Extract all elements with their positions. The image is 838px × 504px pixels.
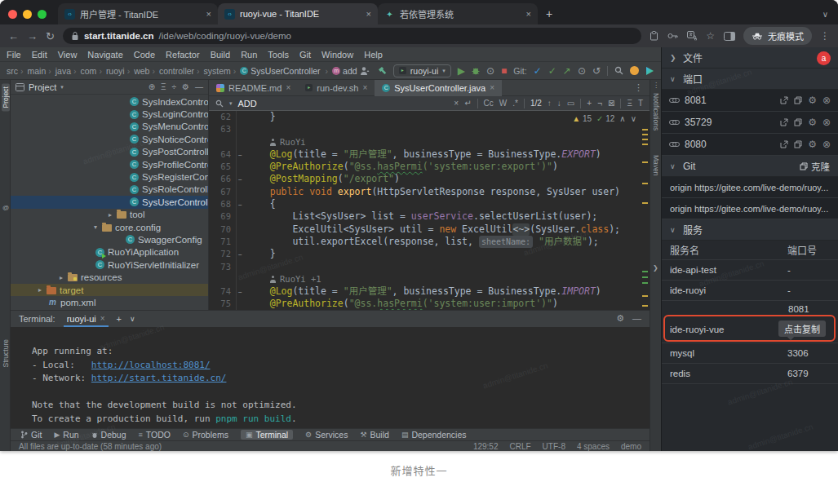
tab-close-icon[interactable]: × [206,9,211,19]
close-port-icon[interactable]: ⊗ [822,95,831,106]
bookmark-star-icon[interactable]: ☆ [706,30,715,42]
editor-tab-rundev[interactable]: run-dev.sh× [298,80,375,96]
avatar[interactable]: a [817,51,831,65]
translate-icon[interactable] [687,31,697,41]
clone-button[interactable]: 克隆 [800,160,830,173]
search-everywhere-icon[interactable] [614,66,623,75]
breadcrumb-item[interactable]: web [134,66,157,76]
indent-setting[interactable]: 4 spaces [577,442,610,451]
fold-marker-icon[interactable] [237,148,247,161]
author-annotation[interactable]: RuoYi +1 [280,273,321,285]
toolwindow-services[interactable]: ⚙Services [305,430,348,440]
panel-settings-icon[interactable]: ⚙ [182,82,189,91]
hammer-icon[interactable] [377,66,387,76]
tree-item-class[interactable]: RuoYiServletInitializer [11,259,208,271]
caret-position[interactable]: 129:52 [473,442,499,451]
newline-icon[interactable]: ↵ [464,99,471,108]
table-row[interactable]: ide-ruoyi - [662,281,838,301]
toolwindow-maven-button[interactable]: Maven [652,155,660,176]
menu-file[interactable]: File [7,50,21,60]
browser-tab-ruoyi-vue[interactable]: ‹› ruoyi-vue - TitanIDE × [218,3,378,24]
table-row[interactable]: ide-api-test - [662,260,838,281]
breadcrumb-item[interactable]: ruoyi [106,66,132,76]
browser-menu-icon[interactable]: ⋮ [820,30,830,42]
git-push-icon[interactable]: ↗ [563,65,571,77]
search-input[interactable]: ADD [238,99,257,108]
menu-build[interactable]: Build [211,50,230,60]
terminal-tab[interactable]: ruoyi-ui× [64,311,109,327]
toolwindow-todo[interactable]: ≡TODO [139,430,171,440]
editor-tab-sysusercontroller[interactable]: SysUserController.java× [375,80,502,96]
close-icon[interactable]: × [362,83,367,92]
port-settings-icon[interactable]: ⚙ [808,117,817,128]
port-row[interactable]: 35729 ⚙ ⊗ [662,112,838,134]
close-icon[interactable]: × [100,314,105,323]
kebab-icon[interactable]: ⋮ [653,82,659,89]
breadcrumb-item[interactable]: controller [159,66,202,76]
expand-all-icon[interactable]: Ξ [161,82,166,91]
tree-item-class[interactable]: SysLoginController [11,108,208,120]
minimize-window-button[interactable] [23,10,32,19]
hide-panel-icon[interactable]: — [195,82,203,91]
copy-icon[interactable] [794,118,802,126]
titanide-run-icon[interactable] [645,66,654,76]
breadcrumb-item[interactable]: com [81,66,104,76]
run-configuration-select[interactable]: ruoyi-ui ▾ [393,64,451,77]
menu-window[interactable]: Window [321,50,353,60]
toolwindow-build[interactable]: ⚒Build [360,430,388,440]
tree-item-class[interactable]: SysNoticeController [11,133,208,145]
tree-item-folder[interactable]: ▸resources [11,271,208,283]
breadcrumb-item[interactable]: main [28,66,54,76]
toolwindow-git[interactable]: Git [20,430,42,440]
coverage-icon[interactable]: ⊙ [486,65,494,77]
at-icon[interactable]: @ [2,204,9,211]
breadcrumb-item[interactable]: system [204,66,239,76]
line-separator[interactable]: CRLF [509,442,530,451]
tab-close-icon[interactable]: × [526,9,531,19]
breadcrumb-method[interactable]: add [332,66,357,76]
terminal-settings-icon[interactable]: ⚙ [616,313,624,324]
fold-marker-icon[interactable] [237,248,247,260]
menu-edit[interactable]: Edit [32,50,47,60]
open-external-icon[interactable] [780,118,788,126]
add-occurrence-icon[interactable]: + [587,99,592,108]
fold-marker-icon[interactable] [237,285,247,298]
section-git[interactable]: ∨ Git 克隆 [662,156,838,177]
open-external-icon[interactable] [780,96,788,104]
close-search-icon[interactable]: × [454,99,459,108]
stop-button[interactable]: ■ [501,65,507,77]
close-icon[interactable]: × [286,83,290,92]
table-row[interactable]: mysql 3306 [662,343,838,364]
tree-item-class[interactable]: SysRoleController [11,183,208,196]
new-tab-button[interactable]: + [546,7,552,20]
port-row[interactable]: 8080 ⚙ ⊗ [662,134,838,156]
menu-refactor[interactable]: Refactor [166,50,200,60]
toolwindow-problems[interactable]: ⊙Problems [183,430,228,440]
toolwindow-notifications-button[interactable]: Notifications [652,93,660,130]
tree-item-class[interactable]: RuoYiApplication [11,246,208,259]
close-port-icon[interactable]: ⊗ [822,139,831,150]
port-settings-icon[interactable]: ⚙ [808,139,817,150]
clipboard-icon[interactable] [650,31,658,41]
breadcrumb-class[interactable]: SysUserController [240,66,330,76]
editor-options-icon[interactable]: ⋮ [634,82,643,93]
close-window-button[interactable] [8,10,17,19]
menu-navigate[interactable]: Navigate [87,50,122,60]
git-update-icon[interactable]: ✓ [534,65,542,77]
section-services[interactable]: ∨ 服务 [662,219,838,241]
chevron-down-icon[interactable]: ▾ [60,84,64,91]
select-all-matches-icon[interactable]: ▭ [567,99,574,108]
author-annotation[interactable]: RuoYi [280,136,306,148]
table-row[interactable]: redis 6379 [662,364,838,384]
toolwindow-dependencies[interactable]: ▤Dependencies [401,430,467,440]
tree-item-folder-excluded[interactable]: ▸target [11,284,208,296]
next-match-icon[interactable]: ↓ [557,99,561,108]
prev-problem-icon[interactable]: ∧ [619,113,625,125]
whole-words-toggle[interactable]: W [499,99,507,108]
filter-search-icon[interactable]: ⊠ [608,99,614,108]
tree-item-file[interactable]: pom.xml [11,296,208,308]
minimize-panel-icon[interactable]: — [632,313,641,324]
browser-tab-ruoyi-admin[interactable]: ✦ 若依管理系统 × [378,3,538,24]
port-settings-icon[interactable]: ⚙ [808,95,817,106]
git-commit-icon[interactable]: ✓ [548,65,556,77]
